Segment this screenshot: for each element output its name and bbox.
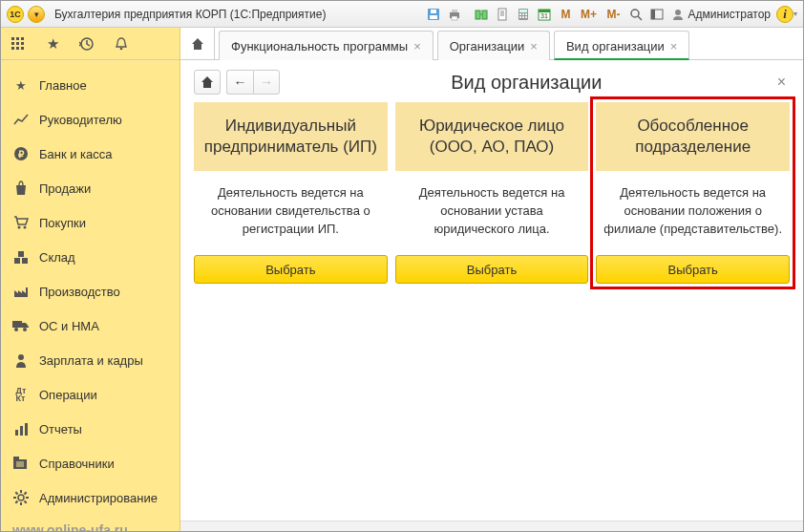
sidebar-item-label: ОС и НМА <box>39 319 99 333</box>
calculator-icon[interactable] <box>514 5 533 24</box>
memory-mminus-button[interactable]: M- <box>602 5 624 24</box>
tab-organizations[interactable]: Организации × <box>437 31 550 60</box>
sidebar-item-reports[interactable]: Отчеты <box>1 412 180 446</box>
svg-text:31: 31 <box>541 12 549 19</box>
tab-bar: ★ Функциональность программы × Организац… <box>1 28 803 60</box>
sidebar-item-production[interactable]: Производство <box>1 274 180 309</box>
window-title: Бухгалтерия предприятия КОРП (1С:Предпри… <box>54 8 326 21</box>
chart-trend-icon <box>12 111 30 128</box>
svg-point-38 <box>120 47 123 50</box>
sidebar-item-bank[interactable]: ₽ Банк и касса <box>1 137 180 171</box>
svg-point-23 <box>631 10 639 17</box>
info-dropdown-icon[interactable]: ▾ <box>793 10 797 18</box>
svg-rect-19 <box>525 16 527 18</box>
favorite-star-icon[interactable]: ★ <box>35 28 70 60</box>
sidebar-item-label: Продажи <box>39 181 91 196</box>
sidebar-item-warehouse[interactable]: Склад <box>1 240 180 274</box>
svg-rect-35 <box>16 47 19 50</box>
sidebar-item-sales[interactable]: Продажи <box>1 171 180 205</box>
sidebar-item-administration[interactable]: Администрирование <box>1 480 180 515</box>
cart-icon <box>12 214 30 231</box>
tab-label: Организации <box>450 39 525 53</box>
sidebar-item-label: Зарплата и кадры <box>39 353 143 368</box>
svg-line-64 <box>25 501 27 503</box>
card-description: Деятельность ведется на основании устава… <box>395 171 589 251</box>
page-close-button[interactable]: × <box>773 74 790 91</box>
svg-rect-46 <box>12 321 22 328</box>
select-button[interactable]: Выбрать <box>194 255 388 284</box>
svg-point-42 <box>24 226 27 229</box>
calendar-icon[interactable]: 31 <box>535 5 554 24</box>
page-title: Вид организации <box>286 72 768 94</box>
panel-icon[interactable] <box>647 5 666 24</box>
back-button[interactable]: ← <box>226 70 253 95</box>
page-toolbar: ← → Вид организации × <box>194 70 790 95</box>
card-separate-division: Обособленное подразделение Деятельность … <box>596 102 790 284</box>
dropdown-ball-icon[interactable]: ▾ <box>28 6 45 23</box>
svg-rect-13 <box>519 10 527 12</box>
svg-rect-36 <box>21 47 24 50</box>
svg-rect-7 <box>482 11 487 19</box>
svg-rect-45 <box>22 258 28 264</box>
select-button[interactable]: Выбрать <box>395 255 589 284</box>
info-icon[interactable]: i <box>776 6 793 23</box>
svg-line-63 <box>15 492 17 494</box>
sidebar-item-operations[interactable]: ДтКт Операции <box>1 377 180 412</box>
svg-point-48 <box>23 328 27 331</box>
sidebar-item-catalogs[interactable]: Справочники <box>1 446 180 480</box>
sidebar-item-manager[interactable]: Руководителю <box>1 102 180 137</box>
svg-line-24 <box>638 16 642 20</box>
svg-rect-16 <box>525 13 527 15</box>
compare-icon[interactable] <box>472 5 491 24</box>
svg-rect-32 <box>16 42 19 45</box>
sidebar-item-label: Руководителю <box>39 113 122 127</box>
forward-button[interactable]: → <box>253 70 280 95</box>
card-individual-entrepreneur: Индивидуальный предприниматель (ИП) Деят… <box>194 102 388 284</box>
watermark-text: www.online-ufa.ru <box>1 515 180 532</box>
sidebar-item-assets[interactable]: ОС и НМА <box>1 309 180 343</box>
save-icon[interactable] <box>424 5 443 24</box>
sidebar-item-payroll[interactable]: Зарплата и кадры <box>1 343 180 377</box>
zoom-icon[interactable] <box>626 5 645 24</box>
card-description: Деятельность ведется на основании положе… <box>596 171 790 251</box>
svg-rect-18 <box>522 16 524 18</box>
debit-credit-icon: ДтКт <box>12 386 30 403</box>
card-heading: Обособленное подразделение <box>596 102 790 171</box>
home-tab-button[interactable] <box>180 28 215 59</box>
svg-point-41 <box>18 226 21 229</box>
home-page-button[interactable] <box>194 70 221 95</box>
truck-icon <box>12 317 30 334</box>
svg-line-66 <box>25 492 27 494</box>
tab-close-icon[interactable]: × <box>670 39 678 53</box>
tab-functionality[interactable]: Функциональность программы × <box>219 31 434 60</box>
title-bar-left: 1С ▾ Бухгалтерия предприятия КОРП (1С:Пр… <box>7 6 326 23</box>
document-icon[interactable] <box>493 5 512 24</box>
nav-arrows: ← → <box>226 70 280 95</box>
sidebar-item-purchases[interactable]: Покупки <box>1 205 180 240</box>
user-label[interactable]: Администратор <box>668 8 774 21</box>
select-button[interactable]: Выбрать <box>596 255 790 284</box>
cards-row: Индивидуальный предприниматель (ИП) Деят… <box>194 102 790 284</box>
svg-rect-51 <box>20 426 23 436</box>
memory-mplus-button[interactable]: M+ <box>577 5 600 24</box>
tab-organization-type[interactable]: Вид организации × <box>554 31 689 60</box>
apps-grid-icon[interactable] <box>1 28 35 60</box>
svg-rect-34 <box>11 47 14 50</box>
card-description: Деятельность ведется на основании свидет… <box>194 171 388 251</box>
svg-rect-54 <box>13 457 19 459</box>
tab-close-icon[interactable]: × <box>530 39 538 53</box>
tab-close-icon[interactable]: × <box>413 39 421 53</box>
sidebar-item-main[interactable]: ★ Главное <box>1 68 180 102</box>
memory-m-button[interactable]: M <box>556 5 575 24</box>
open-tabs: Функциональность программы × Организации… <box>215 28 689 59</box>
history-icon[interactable] <box>70 28 104 60</box>
boxes-icon <box>12 248 30 266</box>
card-heading: Индивидуальный предприниматель (ИП) <box>194 102 388 171</box>
user-icon <box>672 9 684 20</box>
notification-bell-icon[interactable] <box>104 28 138 60</box>
svg-point-27 <box>675 10 681 15</box>
factory-icon <box>12 283 30 300</box>
svg-rect-50 <box>15 430 18 436</box>
print-icon[interactable] <box>445 5 464 24</box>
title-bar-right: 31 M M+ M- Администратор i ▾ <box>424 5 797 24</box>
